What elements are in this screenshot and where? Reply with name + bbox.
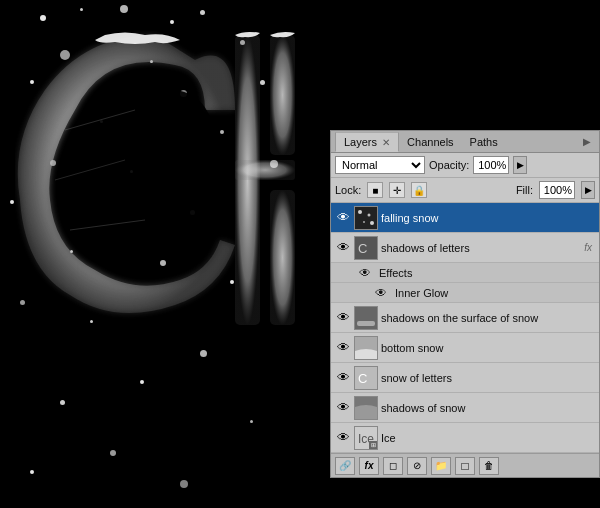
tab-paths[interactable]: Paths — [462, 133, 506, 151]
layer-name-snow-letters: snow of letters — [381, 372, 595, 384]
letter-second-svg — [230, 30, 320, 340]
layer-styles-button[interactable]: fx — [359, 457, 379, 475]
lock-all-button[interactable]: 🔒 — [411, 182, 427, 198]
svg-rect-6 — [270, 190, 295, 325]
panel-collapse-button[interactable]: ▶ — [579, 136, 595, 147]
layer-eye-snow-letters[interactable]: 👁 — [335, 370, 351, 386]
layer-name-shadows-letters: shadows of letters — [381, 242, 578, 254]
tab-layers[interactable]: Layers ✕ — [335, 132, 399, 152]
tab-channels[interactable]: Channels — [399, 133, 461, 151]
layer-eye-shadows-surface[interactable]: 👁 — [335, 310, 351, 326]
adjustment-button[interactable]: ⊘ — [407, 457, 427, 475]
svg-rect-5 — [235, 160, 295, 180]
layers-panel: Layers ✕ Channels Paths ▶ Normal Opacity… — [330, 130, 600, 478]
layer-thumb-bottom-snow — [354, 336, 378, 360]
opacity-label: Opacity: — [429, 159, 469, 171]
layer-name-ice: Ice — [381, 432, 595, 444]
new-group-button[interactable]: 📁 — [431, 457, 451, 475]
layer-item-snow-letters[interactable]: 👁 C snow of letters — [331, 363, 599, 393]
new-layer-button[interactable]: □ — [455, 457, 475, 475]
svg-point-10 — [363, 221, 365, 223]
layer-item-shadows-letters[interactable]: 👁 C shadows of letters fx — [331, 233, 599, 263]
inner-glow-item[interactable]: 👁 Inner Glow — [331, 283, 599, 303]
layer-eye-bottom-snow[interactable]: 👁 — [335, 340, 351, 356]
layer-thumb-ice: Ice ⊞ — [354, 426, 378, 450]
panel-toolbar: 🔗 fx ◻ ⊘ 📁 □ 🗑 — [331, 453, 599, 477]
layer-name-shadows-snow: shadows of snow — [381, 402, 595, 414]
layer-item-bottom-snow[interactable]: 👁 bottom snow — [331, 333, 599, 363]
link-layers-button[interactable]: 🔗 — [335, 457, 355, 475]
svg-point-11 — [370, 221, 374, 225]
tab-paths-label: Paths — [470, 136, 498, 148]
opacity-input[interactable] — [473, 156, 509, 174]
layer-thumb-shadows-snow — [354, 396, 378, 420]
inner-glow-eye-icon: 👁 — [375, 286, 391, 300]
fill-arrow-button[interactable]: ▶ — [581, 181, 595, 199]
layer-item-shadows-surface[interactable]: 👁 shadows on the surface of snow — [331, 303, 599, 333]
layer-fx-shadows-letters: fx — [581, 242, 595, 253]
tab-layers-label: Layers — [344, 136, 377, 148]
layer-name-bottom-snow: bottom snow — [381, 342, 595, 354]
svg-text:C: C — [358, 371, 367, 386]
lock-label: Lock: — [335, 184, 361, 196]
fill-label: Fill: — [516, 184, 533, 196]
effects-eye-icon: 👁 — [359, 266, 375, 280]
effects-label: 👁 Effects — [331, 263, 599, 283]
lock-move-button[interactable]: ✛ — [389, 182, 405, 198]
layer-eye-falling-snow[interactable]: 👁 — [335, 210, 351, 226]
layer-eye-ice[interactable]: 👁 — [335, 430, 351, 446]
svg-rect-15 — [357, 321, 375, 326]
layers-list[interactable]: 👁 falling snow 👁 C shado — [331, 203, 599, 453]
tab-channels-label: Channels — [407, 136, 453, 148]
blend-mode-row: Normal Opacity: ▶ — [331, 153, 599, 178]
svg-point-9 — [368, 213, 371, 216]
opacity-arrow-button[interactable]: ▶ — [513, 156, 527, 174]
lock-pixel-button[interactable]: ■ — [367, 182, 383, 198]
panel-tabs: Layers ✕ Channels Paths ▶ — [331, 131, 599, 153]
inner-glow-label: Inner Glow — [395, 287, 448, 299]
layer-name-shadows-surface: shadows on the surface of snow — [381, 312, 595, 324]
letter-c-svg — [15, 30, 235, 330]
layer-eye-shadows-snow[interactable]: 👁 — [335, 400, 351, 416]
delete-layer-button[interactable]: 🗑 — [479, 457, 499, 475]
svg-text:C: C — [358, 241, 367, 256]
layer-item-shadows-snow[interactable]: 👁 shadows of snow — [331, 393, 599, 423]
layer-item-falling-snow[interactable]: 👁 falling snow — [331, 203, 599, 233]
layer-name-falling-snow: falling snow — [381, 212, 595, 224]
fill-input[interactable] — [539, 181, 575, 199]
layer-thumb-shadows-letters: C — [354, 236, 378, 260]
svg-rect-4 — [270, 35, 295, 155]
blend-mode-select[interactable]: Normal — [335, 156, 425, 174]
svg-rect-7 — [355, 207, 377, 229]
effects-text: Effects — [379, 267, 412, 279]
layer-thumb-snow-letters: C — [354, 366, 378, 390]
layer-thumb-falling-snow — [354, 206, 378, 230]
tab-layers-close[interactable]: ✕ — [382, 137, 390, 148]
lock-row: Lock: ■ ✛ 🔒 Fill: ▶ — [331, 178, 599, 203]
layer-item-ice[interactable]: 👁 Ice ⊞ Ice — [331, 423, 599, 453]
add-mask-button[interactable]: ◻ — [383, 457, 403, 475]
svg-point-8 — [358, 210, 362, 214]
layer-thumb-shadows-surface — [354, 306, 378, 330]
layer-eye-shadows-letters[interactable]: 👁 — [335, 240, 351, 256]
